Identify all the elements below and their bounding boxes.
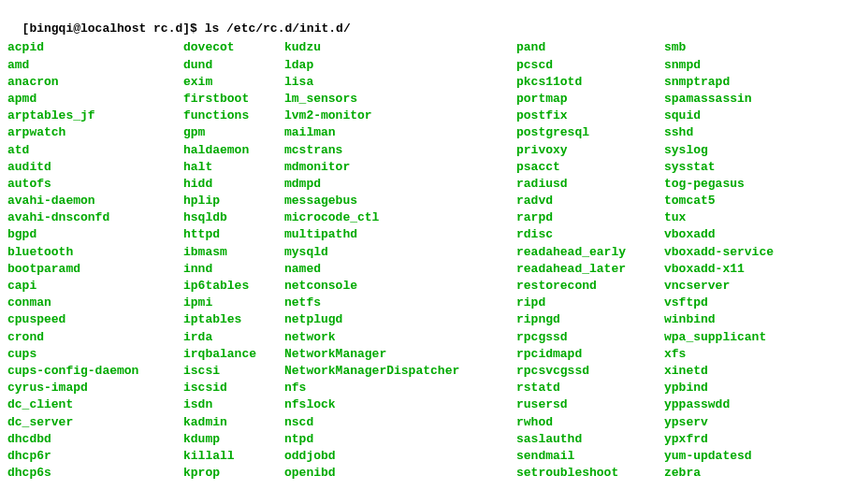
service-entry: oddjobd [284, 448, 509, 465]
service-entry: restorecond [516, 278, 657, 295]
service-entry: bgpd [7, 226, 176, 243]
service-entry: tomcat5 [664, 193, 804, 209]
service-entry: setroubleshoot [516, 465, 657, 482]
service-entry: lvm2-monitor [284, 108, 509, 124]
service-entry: kadmin [183, 414, 277, 431]
listing-column-2: kudzuldaplisalm_sensorslvm2-monitormailm… [284, 39, 509, 482]
service-entry: xfs [664, 346, 804, 363]
service-entry: ntpd [284, 431, 509, 448]
service-entry: vboxadd-x11 [664, 261, 804, 278]
service-entry: haldaemon [183, 142, 277, 159]
service-entry: vboxadd [664, 226, 804, 243]
service-entry: hidd [183, 176, 277, 193]
service-entry: mcstrans [284, 142, 509, 159]
service-entry: dc_client [7, 396, 176, 413]
service-entry: sendmail [516, 448, 657, 465]
service-entry: privoxy [516, 142, 657, 159]
service-entry: innd [183, 261, 277, 278]
service-entry: rpcsvcgssd [516, 363, 657, 380]
service-entry: conman [7, 295, 176, 311]
listing-column-1: dovecotdundeximfirstbootfunctionsgpmhald… [183, 39, 277, 482]
service-entry: dovecot [183, 39, 277, 56]
service-entry: nfslock [284, 396, 509, 413]
service-entry: bootparamd [7, 261, 176, 278]
service-entry: snmpd [664, 57, 804, 74]
service-entry: netplugd [284, 311, 509, 328]
service-entry: cups [7, 346, 176, 363]
service-entry: autofs [7, 176, 176, 193]
terminal-prompt-line: [bingqi@localhost rc.d]$ ls /etc/rc.d/in… [7, 4, 848, 37]
service-entry: nscd [284, 414, 509, 431]
service-entry: atd [7, 142, 176, 159]
listing-column-0: acpidamdanacronapmdarptables_jfarpwatcha… [7, 39, 176, 482]
service-entry: yppasswdd [664, 396, 804, 413]
service-entry: rpcidmapd [516, 346, 657, 363]
service-entry: pcscd [516, 57, 657, 74]
service-entry: ypxfrd [664, 431, 804, 448]
service-entry: dhcp6r [7, 448, 176, 465]
service-entry: isdn [183, 396, 277, 413]
service-entry: xinetd [664, 363, 804, 380]
service-entry: irda [183, 329, 277, 346]
service-entry: rpcgssd [516, 329, 657, 346]
service-entry: hplip [183, 193, 277, 209]
service-entry: rwhod [516, 414, 657, 431]
service-entry: rstatd [516, 380, 657, 396]
service-entry: avahi-dnsconfd [7, 209, 176, 226]
service-entry: tux [664, 209, 804, 226]
service-entry: spamassassin [664, 91, 804, 108]
service-entry: pand [516, 39, 657, 56]
listing-column-3: pandpcscdpkcs11otdportmappostfixpostgres… [516, 39, 657, 482]
service-entry: arpwatch [7, 124, 176, 141]
service-entry: kdump [183, 431, 277, 448]
service-entry: avahi-daemon [7, 193, 176, 209]
service-entry: auditd [7, 159, 176, 176]
ls-output-listing: acpidamdanacronapmdarptables_jfarpwatcha… [7, 39, 848, 482]
service-entry: rusersd [516, 396, 657, 413]
service-entry: crond [7, 329, 176, 346]
service-entry: ipmi [183, 295, 277, 311]
service-entry: messagebus [284, 193, 509, 209]
service-entry: arptables_jf [7, 108, 176, 124]
service-entry: tog-pegasus [664, 176, 804, 193]
service-entry: readahead_early [516, 244, 657, 261]
service-entry: mdmonitor [284, 159, 509, 176]
service-entry: killall [183, 448, 277, 465]
service-entry: postfix [516, 108, 657, 124]
service-entry: ripngd [516, 311, 657, 328]
service-entry: sshd [664, 124, 804, 141]
service-entry: dc_server [7, 414, 176, 431]
service-entry: vncserver [664, 278, 804, 295]
service-entry: kprop [183, 465, 277, 482]
service-entry: vboxadd-service [664, 244, 804, 261]
service-entry: rdisc [516, 226, 657, 243]
prompt-user-host: [bingqi@localhost rc.d]$ [22, 22, 205, 36]
service-entry: zebra [664, 465, 804, 482]
service-entry: halt [183, 159, 277, 176]
service-entry: iscsi [183, 363, 277, 380]
service-entry: NetworkManagerDispatcher [284, 363, 509, 380]
service-entry: dund [183, 57, 277, 74]
listing-column-4: smbsnmpdsnmptrapdspamassassinsquidsshdsy… [664, 39, 804, 482]
service-entry: yum-updatesd [664, 448, 804, 465]
service-entry: acpid [7, 39, 176, 56]
service-entry: portmap [516, 91, 657, 108]
service-entry: squid [664, 108, 804, 124]
service-entry: iscsid [183, 380, 277, 396]
service-entry: NetworkManager [284, 346, 509, 363]
service-entry: ip6tables [183, 278, 277, 295]
service-entry: gpm [183, 124, 277, 141]
service-entry: named [284, 261, 509, 278]
service-entry: exim [183, 74, 277, 91]
service-entry: irqbalance [183, 346, 277, 363]
service-entry: lisa [284, 74, 509, 91]
service-entry: sysstat [664, 159, 804, 176]
service-entry: cups-config-daemon [7, 363, 176, 380]
service-entry: apmd [7, 91, 176, 108]
service-entry: capi [7, 278, 176, 295]
service-entry: dhcdbd [7, 431, 176, 448]
service-entry: readahead_later [516, 261, 657, 278]
service-entry: functions [183, 108, 277, 124]
service-entry: openibd [284, 465, 509, 482]
service-entry: netfs [284, 295, 509, 311]
